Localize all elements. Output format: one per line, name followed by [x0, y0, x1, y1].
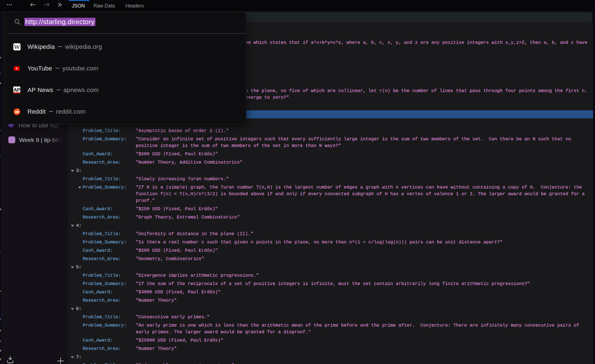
svg-text:AP: AP: [14, 87, 20, 93]
svg-text:W: W: [14, 44, 20, 50]
